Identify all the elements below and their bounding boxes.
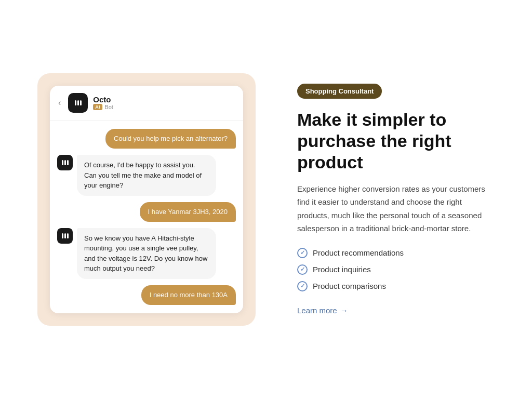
bot-message-2: So we know you have A Hitachi-style moun… <box>77 228 216 279</box>
check-icon-3 <box>297 281 308 291</box>
learn-more-arrow-icon: → <box>340 306 348 315</box>
feature-item-2: Product inquiries <box>297 264 495 275</box>
feature-list: Product recommendations Product inquirie… <box>297 248 495 291</box>
bot-name: Octo <box>93 95 113 104</box>
bot-message-row-2: So we know you have A Hitachi-style moun… <box>57 228 236 279</box>
bot-icon-small-1 <box>62 160 69 165</box>
bot-info: Octo AI Bot <box>93 95 113 110</box>
bot-message-1: Of course, I'd be happy to assist you. C… <box>77 155 216 196</box>
feature-item-3: Product comparisons <box>297 281 495 291</box>
content-side: Shopping Consultant Make it simpler to p… <box>297 84 495 315</box>
main-description: Experience higher conversion rates as yo… <box>297 182 495 235</box>
main-container: ‹ Octo AI Bot <box>17 73 515 326</box>
bot-message-row-1: Of course, I'd be happy to assist you. C… <box>57 155 236 196</box>
chat-outer-container: ‹ Octo AI Bot <box>37 73 256 326</box>
bot-icon-graphic <box>75 100 82 105</box>
check-icon-1 <box>297 248 308 258</box>
chat-window: ‹ Octo AI Bot <box>50 86 243 313</box>
feature-label-1: Product recommendations <box>313 248 404 257</box>
chat-messages: Could you help me pick an alternator? Of… <box>50 121 243 313</box>
bot-message-avatar-1 <box>57 155 73 170</box>
bot-avatar <box>68 93 88 113</box>
learn-more-link[interactable]: Learn more → <box>297 306 348 315</box>
ai-badge: AI <box>93 104 102 110</box>
main-headline: Make it simpler to purchase the right pr… <box>297 109 495 172</box>
back-arrow-icon[interactable]: ‹ <box>58 98 61 108</box>
feature-label-2: Product inquiries <box>313 265 371 274</box>
check-icon-2 <box>297 264 308 275</box>
bot-message-avatar-2 <box>57 228 73 244</box>
chat-header: ‹ Octo AI Bot <box>50 86 243 121</box>
feature-item-1: Product recommendations <box>297 248 495 258</box>
bot-icon-small-2 <box>62 233 69 238</box>
feature-label-3: Product comparisons <box>313 282 386 290</box>
user-message-2: I have Yanmar 3JH3, 2020 <box>140 202 236 222</box>
bot-type-label: Bot <box>104 104 113 110</box>
user-message-3: I need no more than 130A <box>141 285 236 305</box>
bot-tag-row: AI Bot <box>93 104 113 110</box>
shopping-consultant-badge: Shopping Consultant <box>297 84 382 99</box>
user-message-1: Could you help me pick an alternator? <box>105 129 236 149</box>
learn-more-label: Learn more <box>297 306 337 315</box>
